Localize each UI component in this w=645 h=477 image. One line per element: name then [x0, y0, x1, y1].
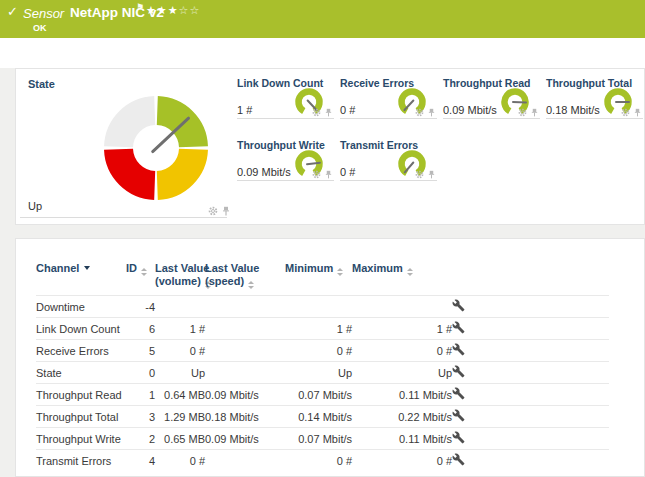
column-header-channel[interactable]: Channel — [36, 239, 126, 296]
channel-last-value-speed: 0.09 Mbit/s — [205, 428, 285, 450]
gauge-actions[interactable] — [415, 170, 435, 179]
mini-gauge-throughput-read: Throughput Read 0.09 Mbit/s — [443, 77, 540, 119]
pin-icon[interactable] — [222, 206, 230, 216]
gauge-value: 1 # — [237, 104, 252, 116]
channels-table: Channel ID Last Value(volume) Last Value… — [36, 239, 609, 472]
channel-id: 2 — [126, 428, 155, 450]
gauge-segment-warning — [157, 149, 193, 185]
gauge-value: 0.09 Mbit/s — [443, 104, 497, 116]
channel-actions — [452, 384, 609, 406]
channel-row: Throughput Total 3 1.29 MB 0.18 Mbit/s 0… — [36, 406, 609, 428]
stars-filled[interactable]: ★★★ — [146, 4, 179, 17]
channel-row: State 0 Up Up Up — [36, 362, 609, 384]
table-header-row: Channel ID Last Value(volume) Last Value… — [36, 239, 609, 296]
stars-empty[interactable]: ☆☆ — [179, 4, 201, 17]
channel-settings-wrench-icon[interactable] — [452, 321, 465, 334]
channel-actions — [452, 362, 609, 384]
pin-icon[interactable] — [325, 170, 332, 179]
channel-last-value-volume: 0 # — [155, 450, 205, 472]
column-header-label: (speed) — [205, 275, 244, 287]
gear-icon[interactable] — [312, 108, 321, 117]
channel-name: Throughput Total — [36, 406, 126, 428]
channel-last-value-volume: 0.65 MB — [155, 428, 205, 450]
divider — [20, 217, 227, 218]
gear-icon[interactable] — [621, 108, 630, 117]
sensor-status-badge: OK — [33, 23, 47, 33]
mini-gauge-transmit-errors: Transmit Errors 0 # — [340, 139, 437, 181]
channel-maximum: 0.22 Mbit/s — [352, 406, 452, 428]
channel-settings-wrench-icon[interactable] — [452, 409, 465, 422]
channel-last-value-speed — [205, 340, 285, 362]
state-gauge-label: State — [28, 78, 55, 90]
channel-settings-wrench-icon[interactable] — [452, 365, 465, 378]
mini-gauge-throughput-write: Throughput Write 0.09 Mbit/s — [237, 139, 334, 181]
gauge-actions[interactable] — [621, 108, 641, 117]
column-header-label: Minimum — [285, 262, 333, 274]
channel-row: Throughput Read 1 0.64 MB 0.09 Mbit/s 0.… — [36, 384, 609, 406]
channel-settings-wrench-icon[interactable] — [452, 431, 465, 444]
gear-icon[interactable] — [312, 170, 321, 179]
pin-icon[interactable] — [634, 108, 641, 117]
state-gauge-value: Up — [28, 200, 42, 212]
channel-actions — [452, 450, 609, 472]
sort-desc-icon — [84, 266, 90, 270]
sort-icon — [248, 281, 254, 289]
channel-last-value-speed — [205, 296, 285, 318]
gauge-value: 0 # — [340, 166, 355, 178]
column-header-label: Maximum — [352, 262, 403, 274]
channel-minimum: 1 # — [285, 318, 352, 340]
channel-name: Throughput Write — [36, 428, 126, 450]
priority-stars[interactable]: ★★★☆☆ — [146, 4, 200, 17]
channel-settings-wrench-icon[interactable] — [452, 387, 465, 400]
channel-row: Link Down Count 6 1 # 1 # 1 # — [36, 318, 609, 340]
pin-icon[interactable] — [428, 170, 435, 179]
gauge-value: 0 # — [340, 104, 355, 116]
gauge-segment-down — [119, 149, 155, 185]
sensor-kind-label: Sensor — [23, 6, 64, 21]
channel-last-value-volume — [155, 296, 205, 318]
channel-id: 5 — [126, 340, 155, 362]
channel-id: 3 — [126, 406, 155, 428]
column-header-last-value-speed[interactable]: Last Value(speed) — [205, 239, 285, 296]
channel-last-value-volume: Up — [155, 362, 205, 384]
channel-minimum: 0 # — [285, 340, 352, 362]
channel-minimum: 0 # — [285, 450, 352, 472]
pin-icon[interactable] — [428, 108, 435, 117]
channel-actions — [452, 296, 609, 318]
gear-icon[interactable] — [208, 206, 218, 216]
channel-minimum — [285, 296, 352, 318]
channel-row: Throughput Write 2 0.65 MB 0.09 Mbit/s 0… — [36, 428, 609, 450]
channel-settings-wrench-icon[interactable] — [452, 453, 465, 466]
sort-icon — [337, 268, 343, 276]
channel-maximum: 1 # — [352, 318, 452, 340]
column-header-maximum[interactable]: Maximum — [352, 239, 452, 296]
pin-icon[interactable] — [325, 108, 332, 117]
gear-icon[interactable] — [415, 108, 424, 117]
column-header-last-value-volume[interactable]: Last Value(volume) — [155, 239, 205, 296]
channel-id: 6 — [126, 318, 155, 340]
mini-gauge-link-down-count: Link Down Count 1 # — [237, 77, 334, 119]
priority-flag-icon[interactable]: ⚑ — [136, 2, 144, 12]
channel-settings-wrench-icon[interactable] — [452, 299, 465, 312]
gauge-actions[interactable] — [415, 108, 435, 117]
column-header-id[interactable]: ID — [126, 239, 155, 296]
column-header-minimum[interactable]: Minimum — [285, 239, 352, 296]
channel-name: Link Down Count — [36, 318, 126, 340]
mini-gauge-receive-errors: Receive Errors 0 # — [340, 77, 437, 119]
channel-actions — [452, 406, 609, 428]
channel-last-value-volume: 1 # — [155, 318, 205, 340]
gear-icon[interactable] — [415, 170, 424, 179]
channel-settings-wrench-icon[interactable] — [452, 343, 465, 356]
channel-id: 0 — [126, 362, 155, 384]
gear-icon[interactable] — [518, 108, 527, 117]
gauge-actions[interactable] — [312, 108, 332, 117]
gauge-actions[interactable] — [312, 170, 332, 179]
gauge-actions[interactable] — [518, 108, 538, 117]
channel-id: 4 — [126, 450, 155, 472]
state-gauge-actions[interactable] — [208, 206, 230, 216]
pin-icon[interactable] — [531, 108, 538, 117]
tab-bar: Overview Live Data 2 days 30 days 365 da… — [0, 38, 645, 68]
channel-id: -4 — [126, 296, 155, 318]
gauge-segment-unknown — [119, 111, 155, 147]
sort-icon — [141, 268, 147, 276]
